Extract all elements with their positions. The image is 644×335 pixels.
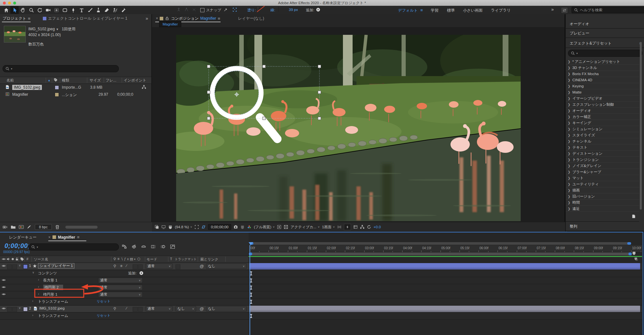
rotate-tool-icon[interactable] xyxy=(35,6,44,14)
puppet-pin-tool-icon[interactable] xyxy=(119,6,128,14)
parent-link-column[interactable]: 親とリンク xyxy=(200,257,218,262)
eye-icon[interactable] xyxy=(2,278,6,282)
transparency-grid-icon[interactable] xyxy=(284,225,288,229)
effects-switch-icon[interactable]: ✳ xyxy=(120,264,123,268)
layer-duration-bar[interactable] xyxy=(249,306,640,312)
column-size[interactable]: サイズ xyxy=(90,78,101,83)
tab-effect-controls[interactable]: エフェクトコントロール シェイプレイヤー 1 xyxy=(40,14,130,23)
add-menu-icon[interactable] xyxy=(316,7,320,12)
panel-menu-icon[interactable]: ≡ xyxy=(77,235,79,240)
transform-label[interactable]: トランスフォーム xyxy=(38,313,68,318)
convert-vertex-icon[interactable] xyxy=(184,7,189,12)
playhead-line[interactable] xyxy=(250,245,250,335)
effect-category-item[interactable]: ❯ユーティリティ xyxy=(566,181,639,187)
shape-group-name[interactable]: 楕円形 1 xyxy=(43,292,57,297)
effect-category-item[interactable]: ❯Matte xyxy=(566,89,639,95)
trash-icon[interactable] xyxy=(55,224,60,230)
effect-category-item[interactable]: ❯トランジション xyxy=(566,157,639,163)
resolution-select[interactable]: (フル画質)∨ xyxy=(254,225,275,230)
workspace-item[interactable]: 学習 xyxy=(431,8,439,13)
rotobrush-tool-icon[interactable] xyxy=(111,6,119,14)
effect-category-item[interactable]: ❯3D チャンネル xyxy=(566,65,639,71)
fill-label[interactable]: 塗り: xyxy=(247,8,256,13)
effect-category-item[interactable]: ❯ノイズ&グレイン xyxy=(566,163,639,169)
project-row-IMG_5102.jpeg[interactable]: IMG_5102.jpegImporte...G3.8 MB xyxy=(0,84,151,91)
fill-color-swatch[interactable] xyxy=(258,7,258,12)
shy-switch-icon[interactable]: ⚲ xyxy=(113,306,116,311)
expander-icon[interactable]: › xyxy=(32,313,33,317)
region-of-interest-icon[interactable] xyxy=(194,225,199,229)
timeline-row-楕円形 2[interactable]: ›楕円形 2通常∨ xyxy=(0,284,249,291)
panel-menu-icon[interactable]: ≡ xyxy=(28,16,30,21)
magnification-select[interactable]: (94.8 %)∨ xyxy=(175,225,192,229)
layer-color-swatch[interactable] xyxy=(23,307,28,311)
trkmat-column[interactable]: トラックマット xyxy=(175,257,197,261)
interpret-footage-icon[interactable] xyxy=(3,224,8,230)
timeline-row-シェイプレイヤー 1[interactable]: ∨1シェイプレイヤー 1⚲✳∕通常∨@なし∨ xyxy=(0,263,249,270)
rasterize-switch-icon[interactable]: ∕ xyxy=(126,264,127,268)
expander-icon[interactable]: › xyxy=(32,299,33,303)
workspace-settings-icon[interactable] xyxy=(561,7,568,14)
transform-label[interactable]: トランスフォーム xyxy=(38,299,68,304)
reset-link[interactable]: リセット xyxy=(97,299,110,304)
zoom-tool-icon[interactable] xyxy=(27,6,35,14)
layer-duration-bar[interactable] xyxy=(249,263,640,270)
camera-select[interactable]: アクティブカ...∨ xyxy=(290,225,320,230)
timeline-row-コンテンツ[interactable]: ∨コンテンツ追加: xyxy=(0,270,249,277)
blend-mode-select[interactable]: 通常∨ xyxy=(146,306,173,311)
stamp-tool-icon[interactable] xyxy=(94,6,102,14)
time-ruler[interactable]: 00f00:15f01:00f01:15f02:00f02:15f03:00f0… xyxy=(249,245,642,252)
new-composition-icon[interactable] xyxy=(19,224,24,230)
effect-category-item[interactable]: ❯描画 xyxy=(566,187,639,193)
brush-tool-icon[interactable] xyxy=(86,6,94,14)
effects-search-field[interactable]: ▾ xyxy=(568,50,642,57)
effect-category-item[interactable]: ❯イマーシブビデオ xyxy=(566,95,639,102)
audio-column-icon[interactable] xyxy=(6,257,10,261)
timeline-row-トランスフォーム[interactable]: ›トランスフォームリセット xyxy=(0,299,249,306)
item-name[interactable]: IMG_5102.jpeg xyxy=(12,85,42,90)
comp-selector-chip[interactable]: Magnifier xyxy=(159,21,181,27)
video-column-icon[interactable] xyxy=(2,257,6,261)
expander-icon[interactable]: › xyxy=(38,278,39,281)
selection-tool-icon[interactable] xyxy=(10,6,19,14)
effect-category-item[interactable]: ❯CINEMA 4D xyxy=(566,77,639,83)
layer-marker-icon[interactable] xyxy=(634,257,638,261)
mode-column[interactable]: モード xyxy=(147,257,157,262)
reset-exposure-icon[interactable] xyxy=(367,225,371,229)
layer-name[interactable]: IMG_5102.jpeg xyxy=(39,306,65,310)
effect-category-item[interactable]: ❯チャンネル xyxy=(566,138,639,144)
expander-icon[interactable]: › xyxy=(38,285,39,289)
snap-checkbox[interactable] xyxy=(200,8,204,12)
project-settings-icon[interactable] xyxy=(27,224,32,230)
composition-viewport[interactable] xyxy=(176,35,521,221)
project-search-field[interactable]: ▾ xyxy=(3,65,119,72)
blend-mode-select[interactable]: 通常∨ xyxy=(98,292,143,297)
effect-category-item[interactable]: ❯Boris FX Mocha xyxy=(566,71,639,77)
timeline-row-楕円形 1[interactable]: ›楕円形 1通常∨ xyxy=(0,291,249,299)
panel-header-align[interactable]: 整列 xyxy=(566,222,644,231)
exposure-value[interactable]: +0.0 xyxy=(374,225,381,229)
snapshot-icon[interactable] xyxy=(233,225,238,229)
tab-timeline-magnifier[interactable]: × Magnifier ≡ xyxy=(48,235,79,240)
workspace-active-item[interactable]: デフォルト xyxy=(398,8,418,13)
effect-category-item[interactable]: ❯キーイング xyxy=(566,120,639,126)
workspace-overflow-chevrons[interactable]: » xyxy=(551,7,554,12)
parent-select[interactable]: なし∨ xyxy=(206,263,247,269)
add-property-icon[interactable] xyxy=(139,271,144,275)
fast-previews-icon[interactable] xyxy=(344,224,351,230)
draft-3d-icon[interactable] xyxy=(131,244,137,249)
column-inpoint[interactable]: インポイント xyxy=(124,78,147,83)
comp-mini-flowchart-icon[interactable] xyxy=(122,244,127,249)
effect-category-item[interactable]: ❯ブラー&シャープ xyxy=(566,169,639,175)
frame-blending-toggle-icon[interactable] xyxy=(151,244,156,249)
view-options-icon[interactable] xyxy=(168,225,173,229)
expander-icon[interactable]: › xyxy=(38,292,39,296)
mask-visibility-icon[interactable] xyxy=(201,225,206,229)
monitor-icon[interactable] xyxy=(161,225,166,229)
blend-mode-select[interactable]: 通常∨ xyxy=(98,285,143,290)
new-folder-icon[interactable] xyxy=(11,224,16,230)
new-animation-preset-icon[interactable] xyxy=(631,214,636,219)
close-tab-icon[interactable]: × xyxy=(156,16,158,21)
switches-column-icons[interactable]: ⚲✳∖ƒx▤◐⬡ xyxy=(113,257,141,261)
t-column[interactable]: T xyxy=(170,257,172,261)
